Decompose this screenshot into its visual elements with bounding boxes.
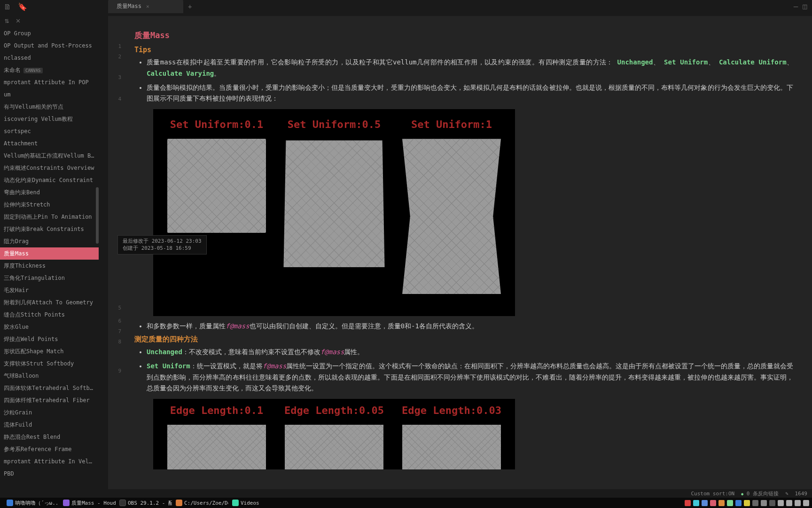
tray-icon[interactable] (702, 500, 708, 506)
attr-fmass: f@mass (226, 322, 250, 330)
sidebar-item[interactable]: 打破约束Break Constraints (0, 223, 99, 235)
sidebar-item[interactable]: iscovering Vellum教程 (0, 113, 99, 125)
tips-heading: Tips (134, 46, 793, 54)
tray-clock-icon[interactable] (803, 500, 809, 506)
scrollbar[interactable] (96, 187, 99, 244)
tray-battery-icon[interactable] (795, 500, 801, 506)
line-number: 8 (118, 339, 121, 345)
sidebar-item[interactable]: 焊接点Weld Points (0, 333, 99, 345)
tray-icon[interactable] (710, 500, 716, 506)
sidebar-item[interactable]: 支撑软体Strut Softbody (0, 357, 99, 370)
close-icon[interactable]: ✕ (146, 3, 149, 9)
sidebar-item[interactable]: mprotant Attribute In Vellum (0, 455, 99, 468)
bullet-fmass: 和多数参数一样，质量属性f@mass也可以由我们自创建、自定义。但是需要注意，质… (147, 321, 793, 332)
sidebar-item[interactable]: 弯曲约束Bend (0, 186, 99, 198)
sidebar-item[interactable]: 三角化Triangulation (0, 272, 99, 284)
minimize-icon[interactable]: — (794, 2, 798, 11)
editor-pane: 123456789 质量Mass Tips 质量mass在模拟中起着至关重要的作… (108, 16, 812, 494)
sidebar-item[interactable]: OP Group (0, 27, 99, 40)
tray-network-icon[interactable] (786, 500, 792, 506)
sidebar-item[interactable]: OP Output and Post-Process (0, 40, 99, 52)
tabbar: 质量Mass ✕ + (108, 0, 196, 13)
sidebar-item[interactable]: 四面体纤维Tetrahedral Fiber (0, 394, 99, 406)
sidebar-item[interactable]: 胶水Glue (0, 321, 99, 333)
kw-set-uniform: Set Uniform (664, 58, 708, 66)
tray-icon[interactable] (744, 500, 750, 506)
tray-icon[interactable] (727, 500, 733, 506)
sidebar-item[interactable]: Vellum的基础工作流程Vellum Bas... (0, 150, 99, 162)
kw-calc-varying: Calculate Varying (147, 70, 214, 77)
cloth-edge-005 (285, 425, 383, 469)
task-app-1[interactable]: 呐噜呐噜（´っω... (3, 499, 59, 508)
line-number: 7 (118, 328, 121, 334)
fig-label: Edge Length:0.03 (398, 405, 506, 416)
status-backlinks[interactable]: 0 条反向链接 (747, 491, 779, 497)
app-icon (7, 500, 13, 506)
sidebar-item[interactable]: 厚度Thickness (0, 260, 99, 272)
bullet-intro: 质量mass在模拟中起着至关重要的作用，它会影响粒子所受的力，以及粒子和其它ve… (147, 57, 793, 79)
tab-mass[interactable]: 质量Mass ✕ (108, 0, 183, 13)
tab-title: 质量Mass (117, 2, 141, 10)
bullet-set-uniform: Set Uniform：统一设置模式，就是将f@mass属性统一设置为一个指定的… (147, 361, 793, 394)
fig-label: Set Uniform:1 (398, 119, 506, 130)
tray-icon[interactable] (718, 500, 725, 506)
sidebar-item[interactable]: 四面体软体Tetrahedral Softbody (0, 382, 99, 394)
fig-label: Edge Length:0.1 (163, 405, 271, 416)
sidebar: OP GroupOP Output and Post-Processnclass… (0, 27, 99, 498)
sidebar-item[interactable]: 动态化约束Dynamic Constraint (0, 174, 99, 186)
sidebar-item[interactable]: 流体Fuild (0, 419, 99, 431)
sidebar-item[interactable]: sortspec (0, 125, 99, 137)
sidebar-item[interactable]: 质量Mass (0, 247, 99, 260)
tray-icon[interactable] (769, 500, 775, 506)
sidebar-item[interactable]: 拉伸约束Stretch (0, 198, 99, 211)
sidebar-item[interactable]: 毛发Hair (0, 284, 99, 296)
system-tray (685, 500, 809, 506)
folder-icon (232, 500, 239, 506)
sidebar-toolbar: ⇅ ✕ (0, 13, 108, 27)
tray-icon[interactable] (752, 500, 758, 506)
sidebar-item[interactable]: 有与Vellum相关的节点 (0, 101, 99, 113)
document: 质量Mass Tips 质量mass在模拟中起着至关重要的作用，它会影响粒子所受… (134, 30, 803, 469)
sidebar-item[interactable]: 约束概述Constraints Overview (0, 162, 99, 174)
pencil-icon[interactable]: ✎ (785, 491, 789, 497)
cloth-sample-05 (283, 141, 384, 267)
sidebar-item[interactable]: 固定到动画上Pin To Animation (0, 211, 99, 223)
bookmark-icon[interactable]: 🔖 (18, 2, 26, 11)
sidebar-item[interactable]: 沙粒Grain (0, 406, 99, 419)
status-sort[interactable]: Custom sort:ON (691, 491, 734, 497)
figure-set-uniform: Set Uniform:0.1 Set Uniform:0.5 Set Unif… (153, 109, 515, 316)
cloth-sample-10 (402, 139, 501, 294)
sidebar-item[interactable]: 参考系Reference Frame (0, 443, 99, 455)
fig-label: Set Uniform:0.1 (163, 119, 271, 130)
sidebar-item[interactable]: 气球Balloon (0, 370, 99, 382)
layout-icon[interactable]: ◫ (803, 2, 807, 11)
tray-speaker-icon[interactable] (778, 500, 784, 506)
bullet-effect: 质量会影响模拟的结果。当质量很小时，受重力的影响会变小；但是当质量变大时，受重力… (147, 82, 793, 105)
tab-add-button[interactable]: + (183, 0, 196, 13)
task-app-3[interactable]: OBS 29.1.2 - 配置... (116, 499, 172, 508)
tray-icon[interactable] (735, 500, 742, 506)
task-app-2[interactable]: 质量Mass - Houdi... (59, 499, 116, 508)
sidebar-item[interactable]: 未命名 (0, 64, 99, 76)
sidebar-item[interactable]: Attachment (0, 137, 99, 150)
sidebar-item[interactable]: 静态混合Rest Blend (0, 431, 99, 443)
tray-icon[interactable] (761, 500, 767, 506)
methods-heading: 测定质量的四种方法 (134, 335, 793, 344)
cloth-edge-01 (167, 425, 266, 469)
task-app-4[interactable]: C:/Users/Zoe/Des... (172, 499, 228, 507)
sidebar-item[interactable]: PBD (0, 468, 99, 480)
sidebar-item[interactable]: 阻力Drag (0, 235, 99, 247)
sidebar-item[interactable]: 附着到几何Attach To Geometry (0, 296, 99, 309)
sidebar-item[interactable]: 缝合点Stitch Points (0, 309, 99, 321)
sidebar-item[interactable]: mprotant Attribute In POP (0, 76, 99, 88)
sidebar-item[interactable]: nclassed (0, 52, 99, 64)
close-panel-icon[interactable]: ✕ (16, 16, 21, 25)
sidebar-item[interactable]: 形状匹配Shape Match (0, 345, 99, 357)
obs-icon (119, 500, 126, 506)
sidebar-item[interactable]: um (0, 88, 99, 101)
task-app-5[interactable]: Videos (228, 499, 263, 507)
tray-icon[interactable] (685, 500, 691, 506)
tray-icon[interactable] (693, 500, 699, 506)
sort-icon[interactable]: ⇅ (5, 16, 9, 25)
file-icon[interactable]: 🗎 (4, 2, 12, 11)
